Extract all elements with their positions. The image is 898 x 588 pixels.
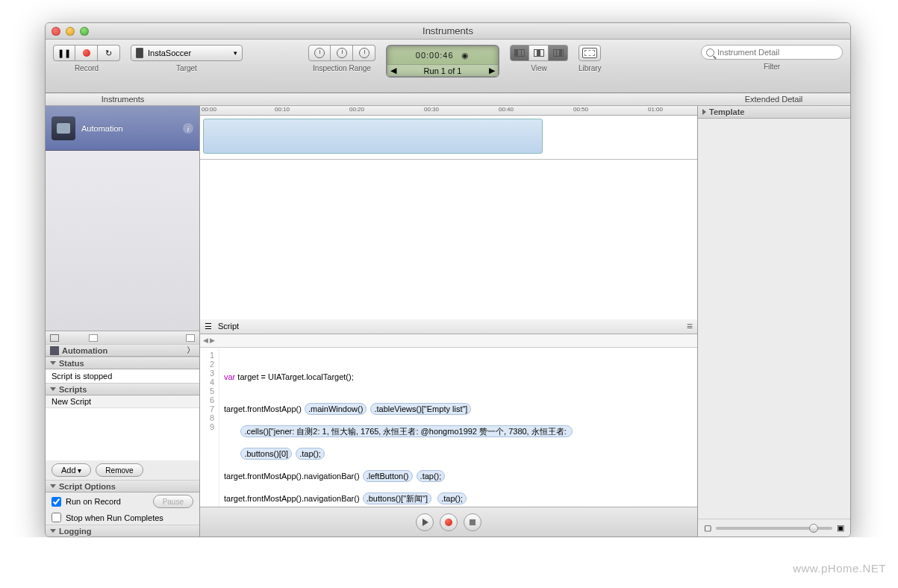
range-mid-button[interactable] [331, 45, 353, 61]
view-right-button[interactable] [549, 45, 568, 61]
stop-complete-checkbox[interactable] [52, 513, 61, 522]
library-icon [582, 48, 597, 58]
record-script-button[interactable] [440, 513, 458, 531]
track-name: Automation [81, 124, 123, 133]
search-field[interactable] [701, 45, 843, 60]
search-icon [706, 49, 714, 57]
run-on-record-checkbox[interactable] [52, 497, 61, 507]
zoom-slider[interactable]: ▢ ▣ [698, 519, 850, 537]
titlebar: Instruments [46, 23, 850, 40]
chevron-right-icon: 〉 [187, 345, 195, 356]
timeline-block[interactable] [203, 119, 543, 154]
gutter: 123 4 567 89 [200, 348, 219, 507]
library-button[interactable] [579, 45, 601, 61]
pause-button[interactable]: ❚❚ [53, 45, 75, 61]
loop-button[interactable]: ↻ [98, 45, 120, 61]
track-list [46, 151, 199, 331]
code-editor[interactable]: 123 4 567 89 var target = UIATarget.loca… [200, 348, 697, 507]
nav-arrows: ◀ ▶ [200, 334, 697, 348]
search-input[interactable] [717, 48, 838, 57]
template-header[interactable]: Template [698, 106, 850, 119]
stop-icon [470, 519, 475, 525]
code-body[interactable]: var target = UIATarget.localTarget(); ta… [219, 348, 697, 507]
slider-knob[interactable] [809, 524, 818, 533]
range-left-button[interactable] [308, 45, 331, 61]
breadcrumb: ☰ Script ≡ [200, 319, 697, 334]
library-label: Library [579, 64, 602, 72]
run-text: Run 1 of 1 [424, 66, 462, 75]
record-label: Record [75, 64, 99, 72]
nav-fwd-button[interactable]: ▶ [210, 337, 215, 344]
list-icon: ☰ [205, 322, 212, 331]
script-options-header[interactable]: Script Options [46, 480, 199, 492]
nav-back-button[interactable]: ◀ [203, 337, 208, 344]
crumb-automation[interactable]: Automation 〉 [46, 344, 199, 357]
crumb-script[interactable]: Script [218, 322, 239, 331]
disclosure-icon [50, 529, 56, 533]
pause-button[interactable]: Pause [153, 495, 193, 508]
view-label: View [531, 64, 547, 72]
disclosure-icon [702, 109, 706, 115]
elapsed-time: 00:00:46 [416, 51, 454, 60]
menu-icon[interactable]: ≡ [687, 320, 693, 332]
play-icon [423, 519, 428, 526]
instrument-track[interactable]: Automation i [46, 106, 199, 151]
main-window: Instruments ❚❚ ↻ Record InstaSoccer ▾ Ta… [45, 22, 851, 537]
info-icon[interactable]: i [183, 123, 193, 134]
target-select[interactable]: InstaSoccer ▾ [131, 45, 243, 61]
range-right-button[interactable] [353, 45, 375, 61]
status-header[interactable]: Status [46, 357, 199, 369]
window-title: Instruments [46, 25, 850, 37]
view-mid-button[interactable] [529, 45, 549, 61]
prev-run-button[interactable]: ◀ [390, 66, 396, 75]
zoom-out-icon: ▢ [704, 523, 711, 533]
slot-icon[interactable] [186, 334, 195, 342]
play-button[interactable] [416, 513, 434, 531]
automation-icon [52, 116, 75, 140]
scripts-header[interactable]: Scripts [46, 383, 199, 395]
status-text: Script is stopped [46, 369, 199, 383]
stop-button[interactable] [464, 513, 481, 531]
toolbar: ❚❚ ↻ Record InstaSoccer ▾ Target Inspect… [46, 40, 850, 93]
automation-icon [50, 346, 59, 355]
grid-icon[interactable] [50, 334, 59, 342]
timeline-ruler[interactable]: 00:00 00:10 00:20 00:30 00:40 00:50 01:0… [200, 106, 697, 116]
disclosure-icon [50, 361, 56, 365]
target-value: InstaSoccer [148, 49, 191, 57]
timeline-area [200, 160, 697, 319]
clock-icon [359, 48, 370, 58]
clock-icon [314, 48, 325, 58]
run-on-record-label: Run on Record [66, 497, 121, 506]
disclosure-icon [50, 387, 56, 391]
disclosure-icon [50, 484, 56, 488]
filter-label: Filter [764, 63, 780, 71]
record-button[interactable] [75, 45, 98, 61]
device-icon [136, 48, 143, 58]
extended-detail-panel: Template ▢ ▣ [697, 106, 850, 537]
timeline-track[interactable] [200, 116, 697, 160]
remove-button[interactable]: Remove [96, 463, 143, 477]
next-run-button[interactable]: ▶ [489, 66, 495, 75]
script-item[interactable]: New Script [46, 395, 199, 408]
logging-header[interactable]: Logging [46, 525, 199, 537]
target-label: Target [176, 64, 197, 72]
time-display: 00:00:46 ◉ ◀ Run 1 of 1 ▶ [386, 45, 499, 78]
add-button[interactable]: Add ▾ [52, 463, 91, 477]
extended-detail-label: Extended Detail [697, 93, 850, 105]
editor-controls [200, 507, 697, 537]
zoom-in-icon: ▣ [837, 523, 844, 533]
sub-header: Instruments Extended Detail [46, 93, 850, 106]
instruments-column-label: Instruments [46, 93, 200, 105]
chevron-down-icon: ▾ [234, 49, 237, 57]
clock-icon: ◉ [461, 51, 470, 60]
stop-complete-label: Stop when Run Completes [66, 513, 163, 522]
view-left-button[interactable] [510, 45, 529, 61]
clock-icon [337, 48, 347, 58]
inspection-label: Inspection Range [313, 64, 371, 72]
slot-icon[interactable] [89, 334, 98, 342]
record-icon [445, 519, 452, 526]
track-footer [46, 331, 199, 344]
